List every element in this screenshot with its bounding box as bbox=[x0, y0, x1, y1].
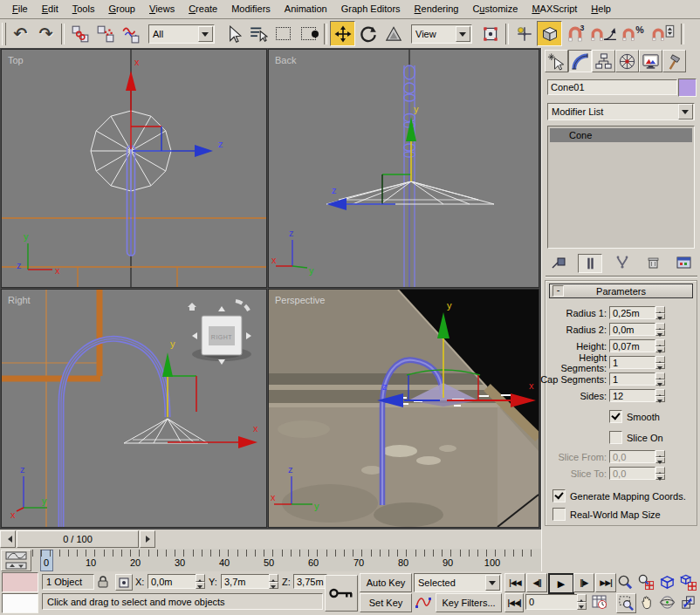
z-coordinate-field[interactable]: 3,75m bbox=[293, 574, 327, 589]
select-and-manipulate-button[interactable] bbox=[511, 21, 537, 46]
track-bar-ruler[interactable]: 0 10 20 30 40 50 60 70 80 90 100 bbox=[32, 549, 539, 571]
region-zoom-button[interactable] bbox=[616, 593, 636, 613]
tab-create[interactable] bbox=[545, 50, 568, 72]
object-color-swatch[interactable] bbox=[678, 79, 697, 97]
cap-segments-field[interactable]: 1 bbox=[609, 372, 655, 386]
menu-file[interactable]: File bbox=[5, 2, 35, 17]
x-coordinate-field[interactable]: 0,0m bbox=[148, 574, 197, 589]
y-coordinate-field[interactable]: 3,7m bbox=[221, 574, 271, 589]
viewcube-face-label[interactable]: RIGHT bbox=[211, 334, 233, 340]
selection-lock-toggle[interactable] bbox=[94, 574, 112, 590]
use-pivot-point-center-button[interactable] bbox=[477, 21, 503, 46]
modifier-stack-list[interactable]: Cone bbox=[547, 126, 695, 249]
open-mini-curve-editor-button[interactable] bbox=[1, 550, 31, 571]
tab-modify[interactable] bbox=[568, 50, 592, 72]
menu-graph-editors[interactable]: Graph Editors bbox=[334, 2, 408, 17]
default-tangent-button[interactable] bbox=[414, 593, 433, 611]
select-and-move-button[interactable] bbox=[330, 21, 355, 46]
zoom-extents-button[interactable] bbox=[658, 573, 676, 591]
viewport-perspective[interactable]: y z x z x y Perspective bbox=[269, 290, 539, 527]
x-coordinate-spinner[interactable] bbox=[196, 574, 205, 589]
make-unique-button[interactable] bbox=[611, 254, 634, 271]
dropdown-arrow-icon[interactable] bbox=[485, 575, 500, 591]
menu-modifiers[interactable]: Modifiers bbox=[224, 2, 278, 17]
viewport-right[interactable]: y x RIGHT bbox=[2, 290, 266, 527]
time-configuration-button[interactable] bbox=[590, 593, 609, 611]
track-bar[interactable]: 0 10 20 30 40 50 60 70 80 90 100 bbox=[0, 549, 541, 572]
viewport-right-label[interactable]: Right bbox=[8, 295, 31, 305]
select-object-button[interactable] bbox=[220, 21, 245, 46]
sides-field[interactable]: 12 bbox=[609, 389, 655, 402]
select-and-rotate-button[interactable] bbox=[355, 21, 381, 46]
select-by-name-button[interactable] bbox=[245, 21, 271, 46]
menu-customize[interactable]: Customize bbox=[465, 2, 525, 17]
maximize-viewport-toggle[interactable] bbox=[679, 593, 697, 612]
key-filters-button[interactable]: Key Filters... bbox=[436, 593, 502, 612]
go-to-start-button[interactable]: |◀◀ bbox=[504, 573, 525, 592]
spinner-snap-toggle-button[interactable] bbox=[649, 21, 678, 46]
menu-animation[interactable]: Animation bbox=[278, 2, 334, 17]
show-end-result-button[interactable] bbox=[578, 254, 602, 273]
maxscript-mini-listener-macro[interactable] bbox=[2, 572, 38, 592]
menu-maxscript[interactable]: MAXScript bbox=[525, 2, 584, 17]
viewport-back-label[interactable]: Back bbox=[275, 55, 297, 65]
viewport-top-label[interactable]: Top bbox=[8, 55, 24, 65]
menu-tools[interactable]: Tools bbox=[65, 2, 102, 17]
set-keys-button[interactable] bbox=[325, 575, 358, 612]
zoom-button[interactable] bbox=[616, 573, 635, 591]
redo-button[interactable]: ↷ bbox=[33, 21, 58, 46]
real-world-checkbox[interactable] bbox=[552, 508, 566, 521]
previous-frame-button[interactable]: ◀|| bbox=[526, 573, 547, 592]
maxscript-mini-listener[interactable] bbox=[2, 593, 38, 613]
tab-utilities[interactable] bbox=[662, 50, 686, 72]
next-frame-button[interactable]: ||▶ bbox=[573, 573, 594, 592]
pan-view-button[interactable] bbox=[637, 593, 655, 612]
menu-help[interactable]: Help bbox=[584, 2, 618, 17]
modifier-stack-item-selected[interactable]: Cone bbox=[550, 128, 692, 142]
select-and-link-button[interactable] bbox=[67, 21, 93, 46]
key-filter-selected-dropdown[interactable]: Selected bbox=[414, 573, 502, 592]
cap-segments-spinner[interactable] bbox=[655, 372, 665, 386]
y-coordinate-spinner[interactable] bbox=[269, 574, 278, 589]
tab-display[interactable] bbox=[639, 50, 662, 72]
percent-snap-toggle-button[interactable]: % bbox=[619, 21, 649, 46]
bind-to-space-warp-button[interactable] bbox=[118, 21, 143, 46]
object-name-field[interactable]: Cone01 bbox=[547, 79, 677, 95]
select-and-scale-button[interactable] bbox=[381, 21, 406, 46]
play-animation-button[interactable]: ▶ bbox=[548, 573, 574, 594]
menu-group[interactable]: Group bbox=[101, 2, 142, 17]
current-frame-spinner[interactable] bbox=[577, 594, 587, 610]
smooth-checkbox[interactable] bbox=[609, 410, 622, 423]
tab-motion[interactable] bbox=[615, 50, 639, 72]
menu-rendering[interactable]: Rendering bbox=[408, 2, 466, 17]
snaps-toggle-button[interactable] bbox=[537, 21, 562, 46]
rectangular-selection-region-button[interactable] bbox=[271, 21, 296, 46]
current-frame-field[interactable]: 0 bbox=[525, 594, 579, 610]
dropdown-arrow-icon[interactable] bbox=[678, 104, 693, 120]
undo-button[interactable]: ↶ bbox=[8, 21, 33, 46]
viewport-back[interactable]: y z z x y Back bbox=[269, 50, 539, 287]
arc-rotate-button[interactable] bbox=[658, 593, 676, 612]
viewport-perspective-label[interactable]: Perspective bbox=[275, 295, 325, 305]
reference-coordinate-system-dropdown[interactable]: View bbox=[411, 24, 472, 44]
time-slider-handle[interactable]: 0 / 100 bbox=[17, 530, 139, 548]
snap-3d-toggle-button[interactable]: 3 bbox=[562, 21, 587, 46]
radius2-field[interactable]: 0,0m bbox=[609, 323, 655, 336]
slice-on-checkbox[interactable] bbox=[609, 431, 622, 444]
configure-modifier-sets-button[interactable] bbox=[672, 254, 695, 271]
height-field[interactable]: 0,07m bbox=[609, 339, 655, 352]
unlink-selection-button[interactable] bbox=[93, 21, 118, 46]
radius1-field[interactable]: 0,25m bbox=[609, 306, 655, 319]
absolute-offset-mode-toggle[interactable] bbox=[115, 574, 133, 591]
zoom-extents-all-button[interactable] bbox=[679, 573, 697, 591]
go-to-end-button[interactable]: ▶▶| bbox=[595, 573, 616, 592]
height-segments-spinner[interactable] bbox=[655, 356, 665, 369]
rollout-collapse-button[interactable]: - bbox=[552, 285, 564, 297]
viewport-top[interactable]: x z y x z Top bbox=[2, 50, 266, 287]
parameters-rollout-header[interactable]: - Parameters bbox=[549, 284, 693, 298]
toolbar-grip[interactable] bbox=[2, 23, 6, 45]
height-segments-field[interactable]: 1 bbox=[609, 356, 655, 369]
selection-filter-dropdown[interactable]: All bbox=[148, 24, 215, 44]
tab-hierarchy[interactable] bbox=[592, 50, 615, 72]
sides-spinner[interactable] bbox=[655, 389, 665, 402]
